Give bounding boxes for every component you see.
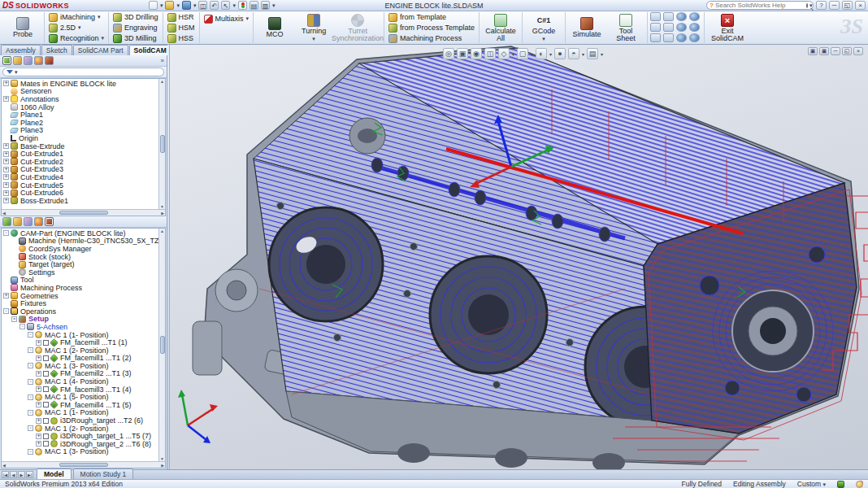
simulate-button[interactable]: Simulate — [568, 16, 605, 39]
expand-toggle[interactable]: + — [3, 190, 9, 196]
configuration-manager-icon[interactable] — [24, 56, 33, 65]
cam-feature-manager-icon[interactable] — [2, 217, 11, 226]
display-option-icon[interactable] — [663, 23, 674, 32]
solidcam-manager-icon[interactable] — [45, 217, 54, 226]
cam-tree-item[interactable]: CoordSys Manager — [2, 245, 158, 253]
tree-item[interactable]: 1060 Alloy — [2, 103, 158, 111]
expand-toggle[interactable]: + — [3, 293, 9, 298]
turret-sync-button[interactable]: Turret Synchronization — [334, 13, 381, 43]
expand-toggle[interactable]: + — [3, 96, 9, 102]
help-search-box[interactable]: ? ▾ — [706, 1, 814, 10]
mco-button[interactable]: MCO — [256, 16, 293, 39]
3d-milling-button[interactable]: 3D Milling — [111, 33, 160, 43]
tree-item[interactable]: Plane2 — [2, 119, 158, 127]
operation-checkbox[interactable] — [43, 386, 49, 392]
display-option-icon[interactable] — [689, 12, 700, 21]
tree-item[interactable]: + Mates in ENGINE BLOCK lite — [2, 80, 158, 88]
turning-button[interactable]: Turning▾ — [295, 13, 332, 43]
tab-solidcam-part[interactable]: SolidCAM Part — [73, 45, 128, 55]
display-option-icon[interactable] — [676, 33, 687, 42]
manager-overflow-chevron[interactable]: » — [161, 57, 164, 64]
expand-toggle[interactable]: + — [3, 159, 9, 164]
recognition-button[interactable]: Recognition▾ — [47, 33, 106, 43]
cam-tree-item[interactable]: + Geometries — [2, 292, 158, 300]
cam-tree-item[interactable]: - CAM-Part (ENGINE BLOCK lite) — [2, 229, 158, 237]
tree-item[interactable]: + Base-Extrude — [2, 142, 158, 150]
tree-item[interactable]: + Boss-Extrude1 — [2, 197, 158, 205]
from-template-button[interactable]: from Template — [387, 12, 476, 22]
operation-checkbox[interactable] — [43, 340, 49, 346]
hsm-button[interactable]: HSM — [166, 23, 197, 33]
new-document-icon[interactable] — [149, 1, 158, 10]
multiaxis-button[interactable]: Multiaxis▾ — [202, 14, 251, 24]
expand-toggle[interactable]: + — [36, 434, 41, 439]
operation-checkbox[interactable] — [43, 371, 49, 377]
last-tab-arrow[interactable]: ▶| — [26, 471, 33, 478]
cam-dimxpert-manager-icon[interactable] — [34, 217, 43, 226]
from-process-template-button[interactable]: from Process Template — [387, 23, 476, 33]
operation-checkbox[interactable] — [43, 434, 49, 439]
view-orientation-icon[interactable]: ◇ — [498, 48, 510, 59]
expand-toggle[interactable]: + — [3, 174, 9, 180]
apply-scene-icon[interactable]: ◓ — [568, 48, 579, 59]
operation-checkbox[interactable] — [43, 402, 49, 407]
cam-tree-item[interactable]: Target (target) — [2, 260, 158, 268]
expand-toggle[interactable]: + — [3, 81, 9, 86]
imachining-button[interactable]: iMachining▾ — [47, 12, 106, 22]
expand-toggle[interactable]: + — [36, 402, 41, 407]
search-icon[interactable] — [806, 3, 808, 8]
cam-configuration-manager-icon[interactable] — [24, 217, 33, 226]
cam-tree-item[interactable]: - MAC 1 (2- Position) — [2, 425, 158, 433]
doc-close-button[interactable]: × — [853, 47, 863, 55]
doc-next-window-icon[interactable]: ▣ — [819, 47, 829, 55]
display-option-icon[interactable] — [676, 23, 687, 32]
dimxpert-manager-icon[interactable] — [34, 56, 43, 65]
units-selector[interactable]: Custom ▾ — [797, 480, 826, 488]
help-button[interactable]: ? — [816, 1, 827, 10]
tool-sheet-button[interactable]: Tool Sheet — [607, 13, 644, 43]
expand-toggle[interactable]: + — [36, 418, 41, 424]
cam-tree-item[interactable]: Fixtures — [2, 299, 158, 307]
select-icon[interactable]: ↖ — [221, 1, 230, 10]
open-dropdown-caret[interactable]: ▾ — [176, 2, 180, 9]
save-dropdown-caret[interactable]: ▾ — [193, 2, 197, 9]
prev-tab-arrow[interactable]: ◀ — [10, 471, 17, 478]
display-option-icon[interactable] — [650, 12, 661, 21]
hide-show-items-icon[interactable]: ◐ — [536, 48, 547, 59]
cam-tree-item[interactable]: + i3DRough_target_1 ...T5 (7) — [2, 432, 158, 440]
feature-tree-vscrollbar[interactable]: ▲▼ — [158, 79, 165, 209]
filter-dropdown-caret[interactable]: ▾ — [15, 69, 18, 76]
cam-tree-item[interactable]: - MAC 1 (3- Position) — [2, 362, 158, 370]
tree-item[interactable]: Origin — [2, 134, 158, 142]
tree-filter-input[interactable]: ▾ — [2, 68, 164, 76]
expand-toggle[interactable]: + — [36, 340, 41, 346]
cam-tree-item[interactable]: + i3DRough_target ...T2 (6) — [2, 416, 158, 425]
engraving-button[interactable]: Engraving — [111, 23, 160, 33]
tree-item[interactable]: Plane3 — [2, 127, 158, 135]
graphics-viewport[interactable]: ◎ ▣ ◉ ◫ ◇▾ ▢▾ ◐▾ ● ◓▾ ▤▾ ▣ ▣ ─ ◱ × — [170, 45, 868, 469]
new-dropdown-caret[interactable]: ▾ — [160, 2, 163, 9]
cam-tree-item[interactable]: Stock (stock) — [2, 253, 158, 261]
engine-block-model[interactable] — [170, 45, 868, 469]
doc-minimize-button[interactable]: ─ — [831, 47, 840, 55]
cam-tree-item[interactable]: + FM_facemill4 ...T1 (5) — [2, 401, 158, 409]
cam-tree-item[interactable]: + i3DRough_target_2 ...T6 (8) — [2, 440, 158, 448]
expand-toggle[interactable]: + — [3, 151, 9, 157]
cam-tree-vscrollbar[interactable]: ▲▼ — [158, 229, 165, 461]
cam-tree-item[interactable]: - Operations — [2, 307, 158, 316]
tree-item[interactable]: + Annotations — [2, 95, 158, 103]
expand-toggle[interactable]: - — [28, 363, 33, 368]
display-option-icon[interactable] — [650, 33, 661, 42]
expand-toggle[interactable]: + — [36, 371, 41, 377]
tree-item[interactable]: + Cut-Extrude6 — [2, 189, 158, 197]
tab-sketch[interactable]: Sketch — [41, 45, 72, 55]
display-option-icon[interactable] — [663, 33, 674, 42]
search-input[interactable] — [715, 2, 805, 9]
expand-toggle[interactable]: + — [36, 386, 41, 392]
save-icon[interactable] — [182, 1, 191, 10]
tab-motion-study[interactable]: Motion Study 1 — [73, 468, 134, 479]
zoom-to-area-icon[interactable]: ▣ — [457, 48, 468, 59]
tab-assembly[interactable]: Assembly — [1, 45, 41, 55]
cam-tree-item[interactable]: Machine (Hermle-C30_iTNC530_5X_TZeng) — [2, 237, 158, 246]
feature-tree-hscrollbar[interactable]: ◀▶ — [2, 209, 165, 216]
